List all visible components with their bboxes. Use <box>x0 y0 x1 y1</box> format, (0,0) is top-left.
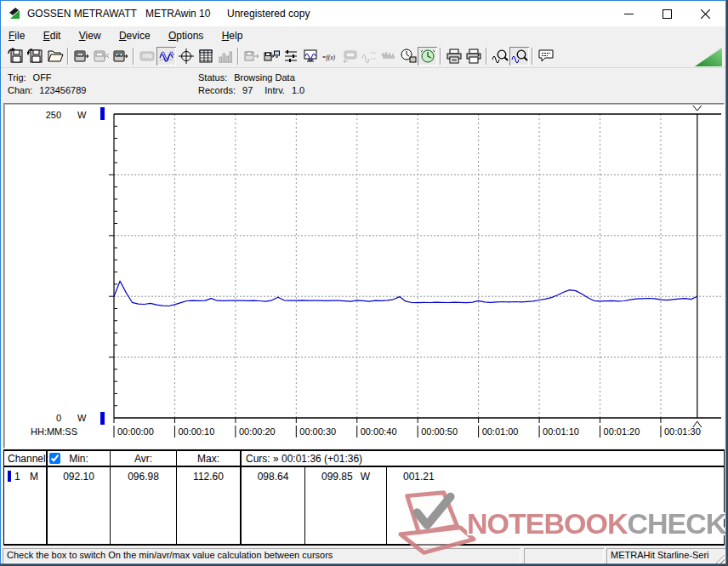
minimize-button[interactable] <box>610 2 648 26</box>
cursor-top-marker <box>693 106 697 111</box>
zoom-wave-icon <box>492 48 509 65</box>
noise-icon <box>380 48 397 65</box>
cursor-top-marker <box>697 106 702 111</box>
header-avr: Avr: <box>111 451 177 466</box>
title-product-name: METRAwin 10 <box>145 8 210 20</box>
toolbar-transfer-data-button[interactable] <box>261 47 281 66</box>
x-tick-label: 00:00:20 <box>239 426 276 437</box>
header-max: Max: <box>177 451 242 466</box>
menu-device[interactable]: Device <box>111 26 158 44</box>
toolbar-open-file-button[interactable] <box>45 47 65 66</box>
toolbar-read-device-m-button[interactable]: M <box>111 47 130 66</box>
toolbar-table-view-button[interactable] <box>196 47 215 66</box>
toolbar-numeric-display-view-button: 1257 <box>137 47 156 66</box>
toolbar-save-as-button[interactable] <box>26 47 45 66</box>
metrawin-window: GOSSEN METRAWATT METRAwin 10 Unregistere… <box>0 0 726 564</box>
toolbar-separator <box>440 48 441 65</box>
printer-doc-icon <box>446 48 463 65</box>
toolbar-print-button[interactable] <box>464 47 483 66</box>
toolbar-graph-view-button[interactable] <box>156 47 176 66</box>
folder-open-icon <box>47 48 64 65</box>
clock-meter-icon <box>400 48 417 65</box>
meter-x-icon <box>93 48 110 65</box>
channel-marker-bottom <box>100 412 105 425</box>
toolbar-live-recording-button[interactable] <box>418 47 437 66</box>
disk-monitor-icon <box>263 48 280 65</box>
x-tick-label: 00:00:00 <box>117 426 154 437</box>
chart-panel: 00:00:0000:00:1000:00:2000:00:3000:00:40… <box>3 103 725 449</box>
speech-bubble-icon <box>537 48 555 65</box>
svg-text:M: M <box>117 53 121 57</box>
close-icon <box>701 9 710 19</box>
header-min-label: Min: <box>69 453 88 465</box>
cell-max-value: 112.60 <box>177 467 242 544</box>
menu-view[interactable]: View <box>71 26 109 44</box>
menu-edit[interactable]: Edit <box>36 26 69 44</box>
toolbar-separator <box>133 48 134 65</box>
menu-options[interactable]: Options <box>161 26 211 44</box>
cell-cursor-b-value: 099.85W <box>305 467 387 544</box>
menu-file[interactable]: File <box>1 26 32 44</box>
acquisition-info-strip: Trig:OFF Chan:123456789 Status:Browsing … <box>1 68 725 103</box>
toolbar-timed-recording-button[interactable] <box>398 47 418 66</box>
x-tick-label: 00:00:10 <box>178 426 214 437</box>
x-axis-unit-label: HH:MM:SS <box>31 426 77 437</box>
svg-text:321: 321 <box>77 54 82 57</box>
toolbar-separator <box>237 48 239 65</box>
toolbar-device-disconnect-button <box>91 47 111 66</box>
toolbar-separator <box>67 48 69 65</box>
toolbar-display-settings-button[interactable] <box>300 47 320 66</box>
ruler-scale-icon <box>282 48 299 65</box>
measurement-table-header: Channel: Min: Avr: Max: Curs: » 00:01:36… <box>4 451 724 467</box>
toolbar-hint-tooltip-button[interactable] <box>536 47 555 66</box>
sine-graph-icon <box>158 48 175 65</box>
measurement-table-row: 1 M 092.10 096.98 112.60 098.64 099.85W … <box>4 467 724 544</box>
toolbar-zoom-in-curve-button[interactable] <box>509 47 529 66</box>
meter-m-icon: M <box>112 48 129 65</box>
maximize-button[interactable] <box>648 2 686 26</box>
toolbar-scale-settings-button[interactable] <box>281 47 300 66</box>
power-chart-canvas[interactable]: 00:00:0000:00:1000:00:2000:00:3000:00:40… <box>4 104 724 446</box>
x-tick-label: 00:01:10 <box>543 426 579 437</box>
toolbar-device-display-button <box>339 47 359 66</box>
cell-cursor-a-value: 098.64 <box>242 467 305 544</box>
cell-min-value: 092.10 <box>48 467 111 544</box>
lcd-arrow-icon <box>341 48 358 65</box>
floppy-save-as-icon <box>27 48 44 65</box>
minmax-checkbox[interactable] <box>49 453 60 464</box>
interval-value: 1.0 <box>292 85 304 95</box>
channel-marker-top <box>100 107 105 120</box>
crosshair-icon <box>178 48 195 65</box>
status-label: Status: <box>198 72 227 83</box>
trigger-value: OFF <box>33 72 52 83</box>
toolbar-print-report-button[interactable] <box>444 47 464 66</box>
measurement-table: Channel: Min: Avr: Max: Curs: » 00:01:36… <box>3 449 725 546</box>
titlebar: GOSSEN METRAWATT METRAwin 10 Unregistere… <box>1 1 725 26</box>
close-button[interactable] <box>686 2 725 26</box>
toolbar-save-button[interactable] <box>6 47 26 66</box>
printer-icon <box>465 48 482 65</box>
fx-icon: =f(x) <box>321 48 338 65</box>
menu-help[interactable]: Help <box>214 26 251 44</box>
cursor-b-number: 099.85 <box>321 471 353 483</box>
toolbar-read-device-memory-button[interactable]: 321 <box>71 47 91 66</box>
channel-color-marker <box>8 471 11 482</box>
toolbar-formula-fx-button[interactable]: =f(x) <box>320 47 339 66</box>
menubar: File Edit View Device Options Help <box>1 26 725 45</box>
toolbar-zoom-out-curve-button[interactable] <box>490 47 509 66</box>
toolbar-cursor-mode-button[interactable] <box>176 47 196 66</box>
meter-123-icon: 321 <box>73 48 90 65</box>
toolbar-histogram-view-button <box>215 47 235 66</box>
wave-small-icon <box>361 48 378 65</box>
header-channel: Channel: <box>4 451 48 466</box>
header-min: Min: <box>48 451 111 466</box>
bars-icon <box>217 48 234 65</box>
cell-channel: 1 M <box>4 467 48 544</box>
channels-value: 123456789 <box>39 85 86 95</box>
clock-green-icon <box>419 48 436 65</box>
cell-avr-value: 096.98 <box>111 467 177 544</box>
cell-delta-value: 001.21 <box>387 467 725 544</box>
power-trace-line <box>114 281 697 306</box>
x-tick-label: 00:01:00 <box>482 426 519 437</box>
y-max-unit: W <box>77 110 87 120</box>
